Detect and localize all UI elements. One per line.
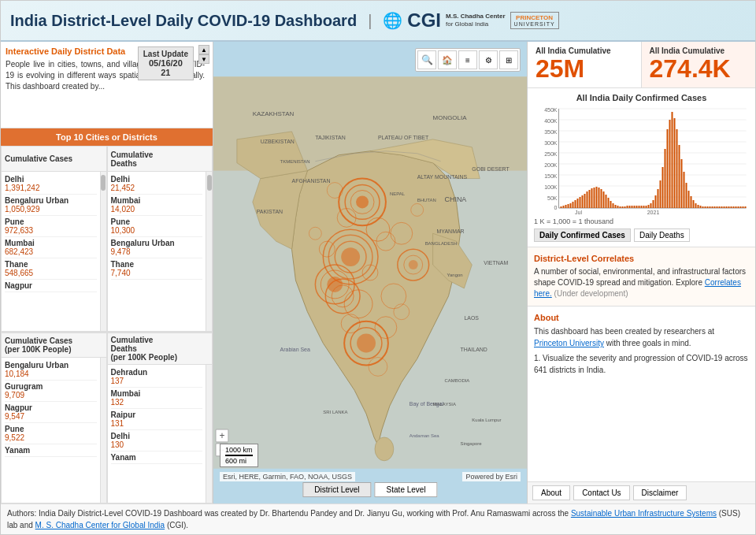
map-level-buttons: District Level State Level [302, 482, 437, 497]
svg-rect-94 [568, 204, 569, 208]
svg-text:450K: 450K [544, 107, 558, 113]
svg-rect-116 [617, 206, 619, 208]
svg-rect-171 [745, 206, 747, 208]
svg-text:NEPAL: NEPAL [390, 191, 406, 196]
about-button[interactable]: About [532, 485, 570, 500]
contact-button[interactable]: Contact Us [573, 485, 629, 500]
svg-text:2021: 2021 [647, 210, 660, 215]
list-item: Thane 7,740 [111, 258, 203, 280]
globe-icon: 🌐 [383, 11, 402, 30]
svg-rect-126 [641, 206, 643, 208]
princeton-link[interactable]: Princeton University [534, 339, 604, 347]
svg-rect-123 [634, 206, 636, 208]
svg-rect-132 [653, 200, 654, 208]
footer: Authors: India Daily District-Level COVI… [1, 503, 755, 534]
svg-rect-146 [686, 183, 687, 208]
correlates-section: District-Level Correlates A number of so… [528, 247, 755, 307]
map-attribution: Esri, HERE, Garmin, FAO, NOAA, USGS [220, 472, 355, 481]
cases-stat-value: 25M [536, 55, 633, 83]
svg-rect-122 [632, 206, 633, 208]
ms-chadha-link[interactable]: M. S. Chadha Center for Global India [35, 521, 165, 529]
page-title: India District-Level Daily COVID-19 Dash… [10, 12, 357, 30]
svg-point-16 [356, 195, 369, 208]
princeton-logo: PRINCETON UNIVERSITY [514, 14, 555, 27]
svg-text:300K: 300K [544, 140, 558, 146]
stats-row: All India Cumulative 25M All India Cumul… [528, 42, 755, 88]
cumulative-cases-list: Delhi 1,391,242 Bengaluru Urban 1,050,92… [2, 172, 100, 331]
daily-confirmed-button[interactable]: Daily Confirmed Cases [534, 228, 631, 242]
svg-rect-125 [639, 206, 640, 208]
scroll-down-arrow[interactable]: ▼ [198, 54, 209, 64]
cumulative-deaths-stat: All India Cumulative 274.4K [642, 42, 756, 87]
list-item: Thane 548,665 [5, 258, 97, 280]
cumulative-cases-per100k-list: Bengaluru Urban 10,184 Gurugram 9,709 Na… [2, 358, 100, 503]
ms-chadha-logo: M.S. Chadha Center for Global India [446, 13, 506, 29]
list-item: Nagpur [5, 280, 97, 292]
list-item: Delhi 130 [111, 430, 203, 451]
scroll-controls[interactable]: ▲ ▼ [198, 45, 209, 64]
svg-rect-114 [613, 203, 614, 208]
list-item: Bengaluru Urban 10,184 [5, 359, 97, 381]
svg-rect-167 [736, 206, 737, 208]
state-level-button[interactable]: State Level [375, 482, 438, 497]
svg-rect-144 [681, 159, 683, 208]
svg-text:200K: 200K [544, 162, 558, 168]
map-search-button[interactable]: 🔍 [417, 50, 436, 69]
svg-rect-121 [629, 206, 631, 208]
map-area[interactable]: KAZAKHSTAN MONGOLIA CHINA AFGHANISTAN PA… [213, 42, 527, 503]
list-item: Mumbai 132 [111, 388, 203, 409]
svg-text:250K: 250K [544, 151, 558, 157]
chart-container: 450K 400K 350K 300K 250K 200K 150K 100K … [534, 106, 749, 216]
svg-rect-110 [603, 191, 605, 208]
svg-rect-135 [660, 180, 662, 208]
map-settings-button[interactable]: ⚙ [479, 50, 498, 69]
svg-rect-138 [667, 129, 669, 208]
svg-rect-128 [646, 206, 647, 208]
svg-rect-165 [731, 206, 732, 208]
cumulative-deaths-header: CumulativeDeaths [108, 147, 213, 172]
sus-link[interactable]: Sustainable Urban Infrastructure Systems [571, 509, 717, 518]
cumulative-cases-section: Cumulative Cases Delhi 1,391,242 Bengalu… [1, 146, 107, 332]
list-item: Yanam [111, 451, 203, 464]
powered-by: Powered by Esri [462, 472, 521, 481]
svg-rect-124 [636, 206, 638, 208]
svg-text:ALTAY MOUNTAINS: ALTAY MOUNTAINS [417, 174, 468, 180]
svg-rect-98 [577, 199, 579, 208]
svg-text:MYANMAR: MYANMAR [437, 228, 465, 234]
svg-text:MONGOLIA: MONGOLIA [433, 114, 468, 121]
list-item: Nagpur 9,547 [5, 402, 97, 423]
deaths-stat-value: 274.4K [650, 55, 748, 83]
cumulative-cases-per100k-section: Cumulative Cases(per 100K People) Bengal… [1, 332, 107, 503]
svg-point-19 [357, 334, 376, 353]
cumulative-deaths-per100k-section: CumulativeDeaths(per 100K People) Dehrad… [107, 332, 213, 503]
map-home-button[interactable]: 🏠 [438, 50, 457, 69]
scroll-up-arrow[interactable]: ▲ [198, 45, 209, 54]
list-item: Raipur 131 [111, 409, 203, 430]
district-level-button[interactable]: District Level [302, 482, 371, 497]
svg-text:50K: 50K [547, 195, 558, 201]
svg-text:VIETNAM: VIETNAM [484, 260, 508, 266]
svg-rect-170 [743, 206, 744, 208]
cumulative-deaths-section: CumulativeDeaths Delhi 21,452 Mumbai 14,… [107, 146, 213, 332]
daily-deaths-button[interactable]: Daily Deaths [634, 228, 690, 242]
svg-rect-151 [698, 205, 699, 208]
list-item: Yanam [5, 444, 97, 457]
svg-rect-147 [688, 191, 690, 208]
map-layers-button[interactable]: ≡ [458, 50, 477, 69]
cumulative-cases-per100k-header: Cumulative Cases(per 100K People) [2, 333, 106, 358]
svg-rect-166 [733, 206, 735, 208]
chart-note: 1 K = 1,000 = 1 thousand [534, 217, 749, 225]
svg-text:BHUTAN: BHUTAN [417, 198, 436, 202]
svg-rect-155 [707, 206, 709, 208]
svg-text:TAJIKISTAN: TAJIKISTAN [315, 135, 345, 140]
under-dev-label: (Under development) [554, 289, 628, 298]
svg-text:KAZAKHSTAN: KAZAKHSTAN [253, 110, 295, 117]
svg-rect-117 [620, 206, 621, 208]
map-grid-button[interactable]: ⊞ [499, 50, 518, 69]
svg-rect-97 [575, 200, 576, 208]
about-text: This dashboard has been created by resea… [534, 325, 749, 349]
svg-rect-143 [679, 145, 680, 208]
disclaimer-button[interactable]: Disclaimer [633, 485, 687, 500]
chart-section: All India Daily Confirmed Cases 450K 400… [528, 88, 755, 247]
svg-rect-102 [584, 194, 586, 208]
